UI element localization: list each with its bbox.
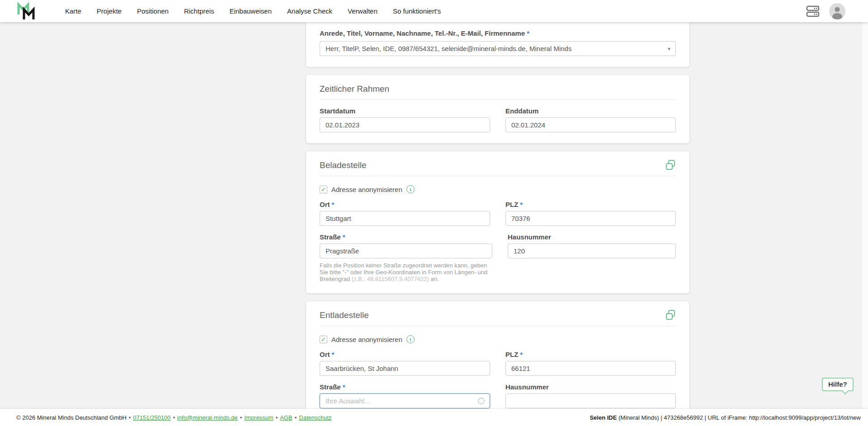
required-marker: * [527,29,529,37]
separator: • [276,414,278,421]
ort-input[interactable] [320,211,490,226]
divider [320,326,676,326]
nav-item-projekte[interactable]: Projekte [97,7,122,15]
plz-label: PLZ* [505,201,676,209]
help-button[interactable]: Hilfe? [822,378,854,391]
beladestelle-card: Beladestelle ✓ Adresse anonymisieren i O… [306,151,689,293]
loading-spinner-icon [478,398,485,404]
session-user: Selen IDE [590,414,617,421]
anonymize-checkbox[interactable]: ✓ [320,336,327,343]
navbar-actions [806,3,845,19]
contact-select[interactable]: Herr, TitelP, Selen, IDE, 0987/654321, s… [320,41,676,56]
impressum-link[interactable]: Impressum [244,414,273,421]
ort-label: Ort* [320,351,490,359]
required-marker: * [520,201,523,208]
hausnummer-label: Hausnummer [505,383,676,391]
info-icon[interactable]: i [406,335,415,343]
contact-card: Anrede, Titel, Vorname, Nachname, Tel.-N… [306,22,689,67]
nav-item-positionen[interactable]: Positionen [137,7,169,15]
anonymize-row: ✓ Adresse anonymisieren i [320,335,676,343]
nav-item-analyse-check[interactable]: Analyse Check [287,7,332,15]
footer-right: Selen IDE (Mineral Minds) | 473268e56992… [590,414,861,421]
strasse-input[interactable] [320,393,490,408]
main-menu: Karte Projekte Positionen Richtpreis Ein… [65,7,441,15]
check-icon: ✓ [321,187,326,192]
anonymize-label: Adresse anonymisieren [331,186,402,193]
phone-link[interactable]: 07151/250100 [133,414,170,421]
session-info: (Mineral Minds) | 473268e56992 | URL of … [617,414,861,421]
startdatum-label: Startdatum [320,107,490,115]
strasse-label: Straße* [320,383,490,391]
email-link[interactable]: info@mineral-minds.de [177,414,238,421]
enddatum-input[interactable] [505,117,676,132]
nav-item-verwalten[interactable]: Verwalten [348,7,377,15]
strasse-input-wrap [320,391,490,408]
separator: • [173,414,175,421]
plz-input[interactable] [505,211,676,226]
startdatum-input[interactable] [320,117,490,132]
hint-text: an. [429,276,439,282]
contact-field-label: Anrede, Titel, Vorname, Nachname, Tel.-N… [320,29,676,37]
entladestelle-card: Entladestelle ✓ Adresse anonymisieren i … [306,301,689,409]
divider [320,176,676,176]
anonymize-label: Adresse anonymisieren [331,336,402,343]
footer: © 2026 Mineral Minds Deutschland GmbH • … [0,409,868,426]
agb-link[interactable]: AGB [280,414,292,421]
nav-item-karte[interactable]: Karte [65,7,81,15]
mineral-minds-logo-icon [16,2,40,20]
info-icon[interactable]: i [406,185,415,193]
help-label: Hilfe? [828,380,847,388]
plz-label-text: PLZ [505,201,518,208]
anonymize-row: ✓ Adresse anonymisieren i [320,185,676,193]
hausnummer-input[interactable] [508,243,676,258]
strasse-input[interactable] [320,243,492,258]
person-icon [829,3,845,19]
nav-item-so-funktionierts[interactable]: So funktioniert's [393,7,441,15]
ort-input[interactable] [320,361,490,376]
required-marker: * [332,351,335,358]
required-marker: * [332,201,335,208]
ort-label: Ort* [320,201,490,209]
required-marker: * [343,383,345,391]
strasse-hint: Falls die Position keiner Straße zugeord… [320,262,492,282]
strasse-label: Straße* [320,233,492,241]
footer-left: © 2026 Mineral Minds Deutschland GmbH • … [16,414,332,421]
hausnummer-input[interactable] [505,393,676,408]
entladestelle-title: Entladestelle [320,310,676,320]
timeframe-card: Zeitlicher Rahmen Startdatum Enddatum [306,75,689,143]
plz-label: PLZ* [505,351,676,359]
plz-label-text: PLZ [505,351,518,358]
required-marker: * [520,351,523,358]
anonymize-checkbox[interactable]: ✓ [320,186,327,193]
separator: • [129,414,131,421]
separator: • [240,414,242,421]
plz-input[interactable] [505,361,676,376]
enddatum-label: Enddatum [505,107,676,115]
strasse-label-text: Straße [320,383,341,391]
hint-example: (z.B.: 48.8115607,9.4077422) [352,276,429,282]
ort-label-text: Ort [320,351,330,358]
timeframe-title: Zeitlicher Rahmen [320,84,676,94]
datenschutz-link[interactable]: Datenschutz [299,414,331,421]
scrollbar-track[interactable] [863,22,868,409]
strasse-label-text: Straße [320,233,341,241]
copy-icon[interactable] [665,309,676,322]
top-navbar: Karte Projekte Positionen Richtpreis Ein… [0,0,868,22]
beladestelle-title: Beladestelle [320,160,676,170]
contact-select-wrap: Herr, TitelP, Selen, IDE, 0987/654321, s… [320,41,676,56]
form-column: Anrede, Titel, Vorname, Nachname, Tel.-N… [306,22,689,409]
brand-logo[interactable] [16,2,42,21]
separator: • [295,414,297,421]
copyright-text: © 2026 Mineral Minds Deutschland GmbH [16,414,127,421]
hausnummer-label: Hausnummer [508,233,676,241]
contact-label-text: Anrede, Titel, Vorname, Nachname, Tel.-N… [320,29,525,37]
copy-icon[interactable] [665,159,676,172]
ort-label-text: Ort [320,201,330,208]
server-icon[interactable] [806,5,820,18]
nav-item-richtpreis[interactable]: Richtpreis [184,7,214,15]
nav-item-einbauweisen[interactable]: Einbauweisen [230,7,272,15]
user-avatar[interactable] [829,3,845,19]
check-icon: ✓ [321,337,326,342]
form-scroll-area: Anrede, Titel, Vorname, Nachname, Tel.-N… [0,22,868,409]
required-marker: * [343,233,345,241]
